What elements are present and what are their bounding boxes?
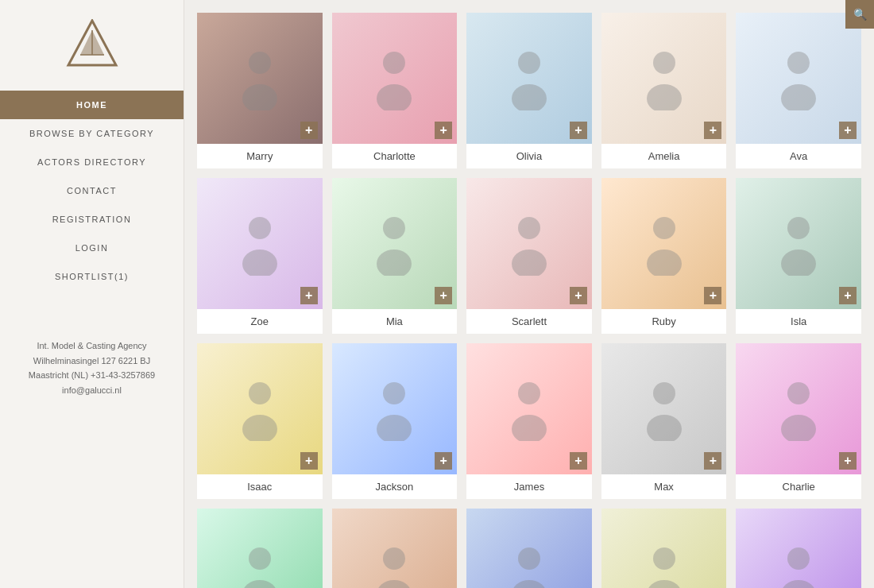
svg-point-12 xyxy=(787,52,810,74)
actor-card[interactable]: + xyxy=(736,509,861,588)
svg-point-40 xyxy=(653,547,675,570)
actor-card[interactable]: +Marry xyxy=(197,13,323,168)
actor-image: + xyxy=(601,178,727,309)
sidebar-item-browse[interactable]: BROWSE BY CATEGORY xyxy=(0,119,184,148)
actor-card[interactable]: +Mia xyxy=(332,178,458,334)
actor-card[interactable]: + xyxy=(197,509,323,588)
svg-point-21 xyxy=(647,250,682,276)
actor-name: Amelia xyxy=(601,144,727,168)
actor-name: Marry xyxy=(197,144,323,168)
actor-card[interactable]: + xyxy=(466,509,592,588)
add-to-shortlist-button[interactable]: + xyxy=(704,287,721,304)
actor-card[interactable]: +Jackson xyxy=(332,343,458,499)
actor-image: + xyxy=(736,178,861,309)
svg-point-27 xyxy=(377,415,412,441)
actor-image: + xyxy=(197,13,323,144)
svg-point-5 xyxy=(242,84,277,110)
actor-card[interactable]: +Amelia xyxy=(601,13,727,168)
add-to-shortlist-button[interactable]: + xyxy=(435,122,452,139)
actor-image: + xyxy=(332,343,458,474)
svg-point-30 xyxy=(653,382,675,404)
add-to-shortlist-button[interactable]: + xyxy=(300,452,318,470)
info-text: Int. Model & Casting AgencyWilhelminasin… xyxy=(13,338,171,398)
svg-point-22 xyxy=(787,217,810,239)
actor-name: Olivia xyxy=(466,144,592,168)
svg-point-10 xyxy=(653,52,675,74)
add-to-shortlist-button[interactable]: + xyxy=(570,452,587,470)
actor-name: Mia xyxy=(332,309,458,334)
svg-point-6 xyxy=(383,52,405,74)
info-line: Wilhelminasingel 127 6221 BJ xyxy=(13,354,171,369)
sidebar: HOMEBROWSE BY CATEGORYACTORS DIRECTORYCO… xyxy=(0,0,184,588)
svg-point-20 xyxy=(653,217,675,239)
actor-card[interactable]: +Zoe xyxy=(197,178,323,334)
search-icon: 🔍 xyxy=(853,8,867,21)
actor-photo-placeholder xyxy=(466,509,592,588)
add-to-shortlist-button[interactable]: + xyxy=(839,122,857,139)
svg-point-8 xyxy=(518,52,540,74)
svg-point-18 xyxy=(518,217,540,239)
sidebar-item-registration[interactable]: REGISTRATION xyxy=(0,205,184,234)
info-section: Int. Model & Casting AgencyWilhelminasin… xyxy=(0,323,184,398)
logo-icon xyxy=(64,19,120,67)
main-nav: HOMEBROWSE BY CATEGORYACTORS DIRECTORYCO… xyxy=(0,91,184,291)
sidebar-item-contact[interactable]: CONTACT xyxy=(0,176,184,205)
svg-point-42 xyxy=(787,547,810,570)
sidebar-item-directory[interactable]: ACTORS DIRECTORY xyxy=(0,148,184,176)
add-to-shortlist-button[interactable]: + xyxy=(300,287,318,304)
actor-name: Jackson xyxy=(332,474,458,499)
add-to-shortlist-button[interactable]: + xyxy=(435,452,452,470)
actor-name: James xyxy=(466,474,592,499)
svg-point-37 xyxy=(377,580,412,589)
actor-card[interactable]: +Ruby xyxy=(601,178,727,334)
actor-name: Charlie xyxy=(736,474,861,499)
actor-card[interactable]: + xyxy=(601,509,727,588)
info-line: info@galucci.nl xyxy=(13,383,171,398)
actor-image: + xyxy=(736,13,861,144)
actor-card[interactable]: +Isla xyxy=(736,178,861,334)
actor-card[interactable]: +Ava xyxy=(736,13,861,168)
actor-image: + xyxy=(736,343,861,474)
actor-card[interactable]: +Charlie xyxy=(736,343,861,499)
actor-card[interactable]: +Charlotte xyxy=(332,13,458,168)
sidebar-item-shortlist[interactable]: SHORTLIST(1) xyxy=(0,262,184,291)
actor-name: Zoe xyxy=(197,309,323,334)
add-to-shortlist-button[interactable]: + xyxy=(839,287,857,304)
svg-point-43 xyxy=(781,580,816,589)
svg-point-15 xyxy=(242,250,277,276)
actor-card[interactable]: +Scarlett xyxy=(466,178,592,334)
actor-card[interactable]: +James xyxy=(466,343,592,499)
sidebar-item-home[interactable]: HOME xyxy=(0,91,184,119)
actor-card[interactable]: + xyxy=(332,509,458,588)
actor-name: Isaac xyxy=(197,474,323,499)
actor-image: + xyxy=(601,343,727,474)
add-to-shortlist-button[interactable]: + xyxy=(570,122,587,139)
actor-image: + xyxy=(466,509,592,588)
actor-card[interactable]: +Olivia xyxy=(466,13,592,168)
actor-card[interactable]: +Max xyxy=(601,343,727,499)
svg-point-29 xyxy=(512,415,547,441)
actor-photo-placeholder xyxy=(197,509,323,588)
svg-point-26 xyxy=(383,382,405,404)
add-to-shortlist-button[interactable]: + xyxy=(435,287,452,304)
actor-image: + xyxy=(332,509,458,588)
add-to-shortlist-button[interactable]: + xyxy=(839,452,857,470)
actor-card[interactable]: +Isaac xyxy=(197,343,323,499)
add-to-shortlist-button[interactable]: + xyxy=(300,122,318,139)
actor-image: + xyxy=(332,13,458,144)
sidebar-item-login[interactable]: LOGIN xyxy=(0,234,184,262)
svg-point-16 xyxy=(383,217,405,239)
svg-point-38 xyxy=(518,547,540,570)
svg-point-24 xyxy=(249,382,271,404)
search-button[interactable]: 🔍 xyxy=(845,0,874,29)
svg-point-35 xyxy=(242,580,277,589)
svg-point-23 xyxy=(781,250,816,276)
svg-point-33 xyxy=(781,415,816,441)
svg-point-31 xyxy=(647,415,682,441)
svg-point-7 xyxy=(377,84,412,110)
info-line: Int. Model & Casting Agency xyxy=(13,338,171,354)
add-to-shortlist-button[interactable]: + xyxy=(704,452,721,470)
actor-image: + xyxy=(332,178,458,309)
add-to-shortlist-button[interactable]: + xyxy=(704,122,721,139)
add-to-shortlist-button[interactable]: + xyxy=(570,287,587,304)
